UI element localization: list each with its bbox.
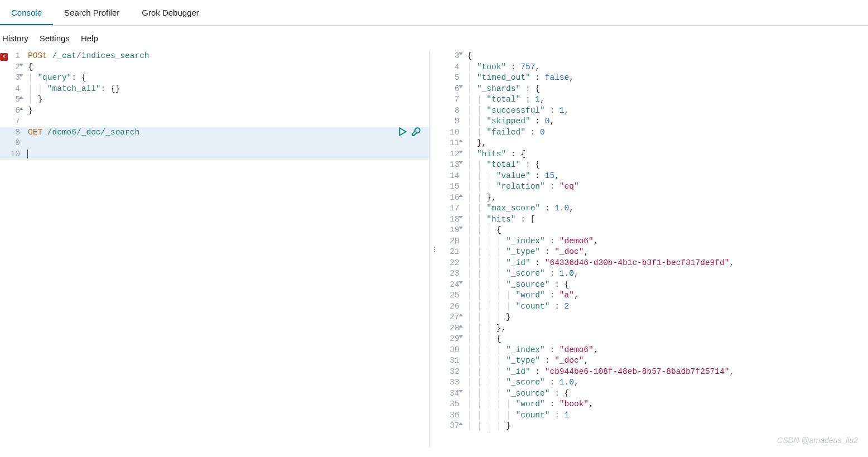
code-line[interactable]: 31 │ │ │ │ "_type" : "_doc",: [440, 355, 869, 367]
code-line[interactable]: 21 │ │ │ │ "_type" : "_doc",: [440, 247, 869, 258]
code-line[interactable]: 35 │ │ │ │ │ "word" : "book",: [440, 399, 869, 410]
editor-split: ✕1 POSt /_cat/indices_search 2 { 3 │ "qu…: [0, 51, 868, 448]
code-line[interactable]: 19 │ │ │ {: [440, 225, 869, 236]
tab-console[interactable]: Console: [0, 0, 53, 25]
code-line[interactable]: 6 │ "_shards" : {: [440, 84, 869, 95]
console-subtabs: History Settings Help: [0, 26, 868, 51]
code-line[interactable]: 13 │ │ "total" : {: [440, 160, 869, 171]
code-line[interactable]: 25 │ │ │ │ │ "word" : "a",: [440, 290, 869, 301]
code-line[interactable]: 12 │ "hits" : {: [440, 149, 869, 160]
subtab-help[interactable]: Help: [81, 33, 98, 43]
code-line[interactable]: 4 │ │ "match_all": {}: [0, 84, 429, 95]
code-line[interactable]: 32 │ │ │ │ "_id" : "cb944be6-108f-48eb-8…: [440, 367, 869, 378]
watermark: CSDN @amadeus_liu2: [777, 436, 858, 445]
code-line[interactable]: 23 │ │ │ │ "_score" : 1.0,: [440, 268, 869, 280]
code-line[interactable]: 28 │ │ │ },: [440, 323, 869, 334]
code-line[interactable]: 7 │ │ "total" : 1,: [440, 94, 869, 105]
code-line[interactable]: 16 │ │ },: [440, 193, 869, 204]
main-tabs: Console Search Profiler Grok Debugger: [0, 0, 868, 26]
code-line[interactable]: 37 │ │ │ │ }: [440, 421, 869, 432]
code-line[interactable]: 15 │ │ │ "relation" : "eq": [440, 181, 869, 193]
code-line[interactable]: 11 │ },: [440, 138, 869, 149]
code-line[interactable]: 3 {: [440, 51, 869, 62]
code-line[interactable]: 7: [0, 116, 429, 127]
tab-grok-debugger[interactable]: Grok Debugger: [131, 0, 210, 25]
code-line[interactable]: 30 │ │ │ │ "_index" : "demo6",: [440, 345, 869, 356]
code-line[interactable]: 34 │ │ │ │ "_source" : {: [440, 388, 869, 400]
code-line[interactable]: 18 │ │ "hits" : [: [440, 214, 869, 225]
subtab-settings[interactable]: Settings: [40, 33, 70, 43]
code-line[interactable]: 4 │ "took" : 757,: [440, 62, 869, 73]
code-line[interactable]: 33 │ │ │ │ "_score" : 1.0,: [440, 377, 869, 388]
code-line[interactable]: 20 │ │ │ │ "_index" : "demo6",: [440, 236, 869, 247]
code-line[interactable]: 27 │ │ │ │ }: [440, 312, 869, 323]
code-line[interactable]: 36 │ │ │ │ │ "count" : 1: [440, 410, 869, 421]
pane-resize-handle[interactable]: [430, 51, 440, 448]
wrench-icon[interactable]: [411, 127, 421, 137]
code-line[interactable]: 14 │ │ │ "value" : 15,: [440, 171, 869, 182]
code-line[interactable]: 9 │ │ "skipped" : 0,: [440, 116, 869, 127]
code-line[interactable]: 8 GET /demo6/_doc/_search: [0, 127, 429, 138]
code-line[interactable]: 26 │ │ │ │ │ "count" : 2: [440, 301, 869, 312]
response-viewer[interactable]: 3 { 4 │ "took" : 757, 5 │ "timed_out" : …: [440, 51, 869, 448]
code-line[interactable]: 5 │ "timed_out" : false,: [440, 73, 869, 84]
run-icon[interactable]: [398, 127, 408, 137]
code-line[interactable]: 2 {: [0, 62, 429, 73]
code-line[interactable]: 10: [0, 149, 429, 160]
tab-search-profiler[interactable]: Search Profiler: [53, 0, 131, 25]
code-line[interactable]: 10 │ │ "failed" : 0: [440, 127, 869, 138]
code-line[interactable]: 8 │ │ "successful" : 1,: [440, 105, 869, 117]
code-line[interactable]: 6 }: [0, 105, 429, 117]
code-line[interactable]: 29 │ │ │ {: [440, 334, 869, 345]
request-editor[interactable]: ✕1 POSt /_cat/indices_search 2 { 3 │ "qu…: [0, 51, 430, 448]
code-line[interactable]: 3 │ "query": {: [0, 73, 429, 84]
error-icon: ✕: [0, 53, 8, 61]
code-line[interactable]: 22 │ │ │ │ "_id" : "64336d46-d30b-4b1c-b…: [440, 258, 869, 269]
code-line[interactable]: 17 │ │ "max_score" : 1.0,: [440, 203, 869, 214]
code-line[interactable]: 24 │ │ │ │ "_source" : {: [440, 280, 869, 291]
subtab-history[interactable]: History: [2, 33, 28, 43]
code-line[interactable]: 9: [0, 138, 429, 149]
code-line[interactable]: ✕1 POSt /_cat/indices_search: [0, 51, 429, 62]
code-line[interactable]: 5 │ }: [0, 94, 429, 105]
